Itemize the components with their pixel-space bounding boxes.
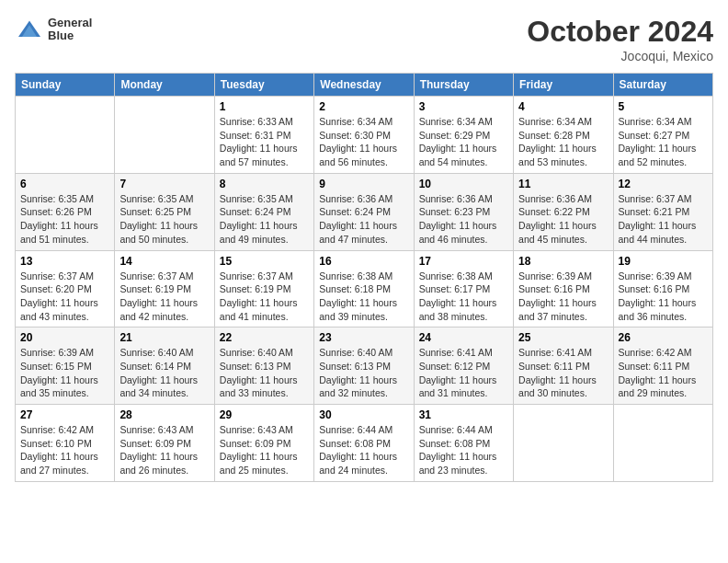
- calendar-cell: 31Sunrise: 6:44 AMSunset: 6:08 PMDayligh…: [414, 405, 513, 482]
- calendar-cell: 12Sunrise: 6:37 AMSunset: 6:21 PMDayligh…: [613, 173, 712, 250]
- calendar-week-row: 13Sunrise: 6:37 AMSunset: 6:20 PMDayligh…: [16, 250, 713, 327]
- day-info: Sunrise: 6:34 AMSunset: 6:29 PMDaylight:…: [419, 115, 508, 169]
- day-number: 14: [119, 255, 209, 268]
- calendar-cell: 5Sunrise: 6:34 AMSunset: 6:27 PMDaylight…: [613, 97, 712, 174]
- day-info: Sunrise: 6:36 AMSunset: 6:22 PMDaylight:…: [518, 192, 608, 247]
- calendar-cell: 21Sunrise: 6:40 AMSunset: 6:14 PMDayligh…: [115, 327, 214, 405]
- day-info: Sunrise: 6:34 AMSunset: 6:27 PMDaylight:…: [619, 115, 708, 169]
- day-info: Sunrise: 6:35 AMSunset: 6:26 PMDaylight:…: [20, 192, 109, 247]
- day-info: Sunrise: 6:33 AMSunset: 6:31 PMDaylight:…: [220, 115, 309, 169]
- calendar-cell: 29Sunrise: 6:43 AMSunset: 6:09 PMDayligh…: [214, 405, 313, 482]
- day-info: Sunrise: 6:42 AMSunset: 6:10 PMDaylight:…: [20, 423, 109, 477]
- calendar-week-row: 1Sunrise: 6:33 AMSunset: 6:31 PMDaylight…: [16, 97, 713, 174]
- day-info: Sunrise: 6:40 AMSunset: 6:13 PMDaylight:…: [319, 346, 408, 400]
- day-info: Sunrise: 6:37 AMSunset: 6:19 PMDaylight:…: [220, 270, 309, 324]
- day-info: Sunrise: 6:43 AMSunset: 6:09 PMDaylight:…: [220, 423, 309, 477]
- calendar-cell: 20Sunrise: 6:39 AMSunset: 6:15 PMDayligh…: [16, 327, 115, 405]
- day-number: 6: [20, 178, 109, 190]
- day-info: Sunrise: 6:36 AMSunset: 6:23 PMDaylight:…: [419, 192, 508, 247]
- calendar-header-row: SundayMondayTuesdayWednesdayThursdayFrid…: [16, 74, 713, 97]
- calendar: SundayMondayTuesdayWednesdayThursdayFrid…: [15, 73, 713, 482]
- day-number: 12: [619, 178, 708, 190]
- day-info: Sunrise: 6:37 AMSunset: 6:19 PMDaylight:…: [119, 270, 209, 324]
- day-number: 24: [419, 331, 508, 344]
- day-info: Sunrise: 6:44 AMSunset: 6:08 PMDaylight:…: [319, 423, 408, 477]
- logo: General Blue: [15, 15, 92, 44]
- day-info: Sunrise: 6:38 AMSunset: 6:18 PMDaylight:…: [319, 270, 408, 324]
- day-number: 5: [619, 100, 708, 113]
- title-block: October 2024 Jocoqui, Mexico: [527, 15, 713, 63]
- calendar-cell: 27Sunrise: 6:42 AMSunset: 6:10 PMDayligh…: [16, 405, 115, 482]
- location-title: Jocoqui, Mexico: [527, 49, 713, 63]
- calendar-cell: 26Sunrise: 6:42 AMSunset: 6:11 PMDayligh…: [613, 327, 712, 405]
- day-number: 30: [319, 408, 408, 421]
- day-header: Saturday: [613, 74, 712, 97]
- day-info: Sunrise: 6:44 AMSunset: 6:08 PMDaylight:…: [419, 423, 508, 477]
- logo-icon: [15, 15, 44, 44]
- day-number: 23: [319, 331, 408, 344]
- day-number: 2: [319, 100, 408, 113]
- calendar-cell: 3Sunrise: 6:34 AMSunset: 6:29 PMDaylight…: [414, 97, 513, 174]
- calendar-cell: 24Sunrise: 6:41 AMSunset: 6:12 PMDayligh…: [414, 327, 513, 405]
- logo-line1: General: [48, 17, 92, 29]
- calendar-cell: 11Sunrise: 6:36 AMSunset: 6:22 PMDayligh…: [514, 173, 613, 250]
- calendar-cell: 25Sunrise: 6:41 AMSunset: 6:11 PMDayligh…: [514, 327, 613, 405]
- calendar-week-row: 6Sunrise: 6:35 AMSunset: 6:26 PMDaylight…: [16, 173, 713, 250]
- day-number: 27: [20, 408, 109, 421]
- day-number: 1: [220, 100, 309, 113]
- calendar-week-row: 20Sunrise: 6:39 AMSunset: 6:15 PMDayligh…: [16, 327, 713, 405]
- calendar-cell: 16Sunrise: 6:38 AMSunset: 6:18 PMDayligh…: [314, 250, 414, 327]
- day-number: 15: [220, 255, 309, 268]
- day-number: 7: [119, 178, 209, 190]
- day-info: Sunrise: 6:34 AMSunset: 6:30 PMDaylight:…: [319, 115, 408, 169]
- day-number: 10: [419, 178, 508, 190]
- day-number: 18: [518, 255, 608, 268]
- day-number: 4: [518, 100, 608, 113]
- calendar-cell: 9Sunrise: 6:36 AMSunset: 6:24 PMDaylight…: [314, 173, 414, 250]
- calendar-cell: 18Sunrise: 6:39 AMSunset: 6:16 PMDayligh…: [514, 250, 613, 327]
- day-number: 19: [619, 255, 708, 268]
- day-number: 20: [20, 331, 109, 344]
- calendar-cell: 22Sunrise: 6:40 AMSunset: 6:13 PMDayligh…: [214, 327, 313, 405]
- day-number: 26: [619, 331, 708, 344]
- day-info: Sunrise: 6:35 AMSunset: 6:24 PMDaylight:…: [220, 192, 309, 247]
- calendar-cell: 8Sunrise: 6:35 AMSunset: 6:24 PMDaylight…: [214, 173, 313, 250]
- calendar-cell: [16, 97, 115, 174]
- calendar-cell: 23Sunrise: 6:40 AMSunset: 6:13 PMDayligh…: [314, 327, 414, 405]
- day-number: 21: [119, 331, 209, 344]
- calendar-cell: 13Sunrise: 6:37 AMSunset: 6:20 PMDayligh…: [16, 250, 115, 327]
- logo-text: General Blue: [48, 17, 92, 43]
- day-header: Wednesday: [314, 74, 414, 97]
- day-header: Friday: [514, 74, 613, 97]
- day-number: 31: [419, 408, 508, 421]
- day-number: 25: [518, 331, 608, 344]
- day-info: Sunrise: 6:41 AMSunset: 6:11 PMDaylight:…: [518, 346, 608, 400]
- day-header: Monday: [115, 74, 214, 97]
- calendar-cell: 19Sunrise: 6:39 AMSunset: 6:16 PMDayligh…: [613, 250, 712, 327]
- day-info: Sunrise: 6:40 AMSunset: 6:14 PMDaylight:…: [119, 346, 209, 400]
- day-info: Sunrise: 6:37 AMSunset: 6:20 PMDaylight:…: [20, 270, 109, 324]
- day-info: Sunrise: 6:41 AMSunset: 6:12 PMDaylight:…: [419, 346, 508, 400]
- calendar-cell: [613, 405, 712, 482]
- calendar-week-row: 27Sunrise: 6:42 AMSunset: 6:10 PMDayligh…: [16, 405, 713, 482]
- day-info: Sunrise: 6:42 AMSunset: 6:11 PMDaylight:…: [619, 346, 708, 400]
- calendar-cell: 1Sunrise: 6:33 AMSunset: 6:31 PMDaylight…: [214, 97, 313, 174]
- day-info: Sunrise: 6:37 AMSunset: 6:21 PMDaylight:…: [619, 192, 708, 247]
- day-header: Sunday: [16, 74, 115, 97]
- day-number: 3: [419, 100, 508, 113]
- day-header: Tuesday: [214, 74, 313, 97]
- day-number: 9: [319, 178, 408, 190]
- day-header: Thursday: [414, 74, 513, 97]
- day-number: 16: [319, 255, 408, 268]
- day-info: Sunrise: 6:38 AMSunset: 6:17 PMDaylight:…: [419, 270, 508, 324]
- calendar-cell: [514, 405, 613, 482]
- day-info: Sunrise: 6:34 AMSunset: 6:28 PMDaylight:…: [518, 115, 608, 169]
- day-number: 13: [20, 255, 109, 268]
- day-info: Sunrise: 6:40 AMSunset: 6:13 PMDaylight:…: [220, 346, 309, 400]
- day-info: Sunrise: 6:39 AMSunset: 6:16 PMDaylight:…: [518, 270, 608, 324]
- calendar-cell: 7Sunrise: 6:35 AMSunset: 6:25 PMDaylight…: [115, 173, 214, 250]
- calendar-cell: 6Sunrise: 6:35 AMSunset: 6:26 PMDaylight…: [16, 173, 115, 250]
- calendar-cell: 28Sunrise: 6:43 AMSunset: 6:09 PMDayligh…: [115, 405, 214, 482]
- calendar-cell: [115, 97, 214, 174]
- calendar-cell: 14Sunrise: 6:37 AMSunset: 6:19 PMDayligh…: [115, 250, 214, 327]
